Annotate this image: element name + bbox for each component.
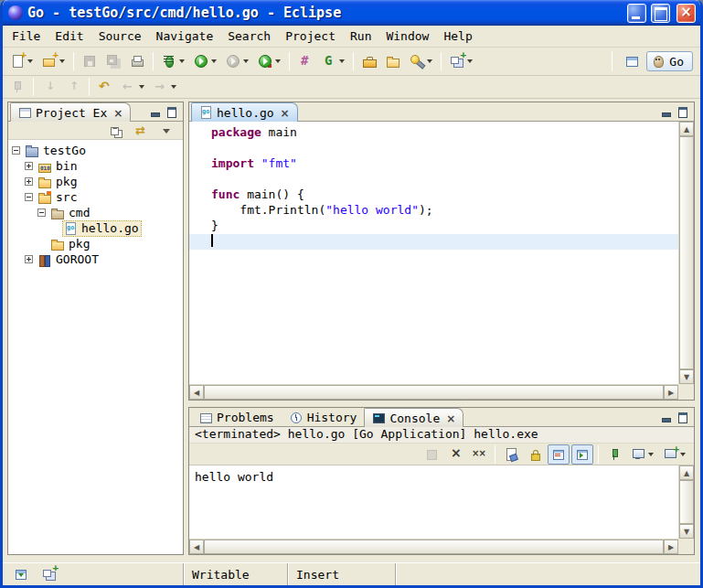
remove-launch-button[interactable] (444, 444, 466, 465)
code-line-4[interactable] (189, 172, 678, 187)
go-build-button[interactable] (294, 51, 316, 71)
minimize-view-icon[interactable] (659, 104, 674, 119)
open-folder-button[interactable] (382, 51, 404, 71)
code-line-2[interactable] (189, 141, 678, 156)
last-edit-location-button[interactable] (94, 77, 116, 97)
menu-navigate[interactable]: Navigate (149, 27, 221, 45)
maximize-view-icon[interactable] (676, 410, 690, 424)
terminate-button[interactable] (421, 444, 442, 465)
save-all-button[interactable] (102, 51, 124, 71)
pin-console-button[interactable] (603, 444, 625, 465)
tree-item-goroot[interactable]: GOROOT (8, 251, 183, 267)
console-output[interactable]: hello world (189, 465, 678, 539)
search-button[interactable] (406, 51, 436, 71)
scroll-left-button[interactable] (189, 540, 204, 554)
scroll-up-button[interactable] (679, 122, 694, 136)
maximize-view-icon[interactable] (165, 104, 179, 119)
console-vertical-scrollbar[interactable] (678, 465, 694, 539)
scroll-up-button[interactable] (679, 465, 694, 480)
code-line-6[interactable]: fmt.Println("hello world"); (189, 203, 678, 219)
link-with-editor-button[interactable] (131, 121, 153, 141)
code-line-5[interactable]: func main() { (189, 187, 678, 203)
new-wizard-button[interactable] (6, 51, 37, 71)
show-view-button[interactable] (38, 564, 60, 584)
menu-window[interactable]: Window (378, 27, 436, 45)
tree-item-src[interactable]: src (8, 189, 183, 205)
clear-console-button[interactable] (500, 444, 522, 465)
code-line-7[interactable]: } (189, 219, 678, 234)
fast-view-button[interactable] (10, 564, 32, 584)
close-button[interactable] (676, 4, 696, 23)
external-tools-button[interactable] (254, 51, 284, 71)
scroll-left-button[interactable] (189, 385, 204, 400)
scroll-down-button[interactable] (679, 524, 694, 539)
open-perspective-dropdown-button[interactable] (446, 51, 476, 71)
close-view-icon[interactable] (112, 107, 123, 118)
code-line-8[interactable] (189, 234, 678, 250)
tab-project-explorer[interactable]: Project Ex (10, 102, 131, 122)
tree-item-pkg[interactable]: pkg (8, 174, 183, 189)
print-button[interactable] (126, 51, 148, 71)
collapse-all-button[interactable] (105, 121, 127, 141)
scroll-right-button[interactable] (664, 385, 678, 400)
console-horizontal-scrollbar[interactable] (189, 539, 678, 554)
scrollbar-thumb[interactable] (204, 385, 664, 400)
perspective-go-button[interactable]: Go (646, 51, 693, 71)
maximize-view-icon[interactable] (676, 104, 690, 119)
go-generate-button[interactable] (318, 51, 348, 71)
show-on-output-button[interactable] (571, 444, 593, 465)
back-button[interactable] (118, 77, 148, 97)
expander-plus-icon[interactable] (25, 177, 33, 186)
remove-all-launches-button[interactable] (468, 444, 490, 465)
title-bar[interactable]: Go - testGo/src/cmd/hello.go - Eclipse (3, 0, 700, 26)
expander-plus-icon[interactable] (25, 162, 33, 170)
tree-item-testgo[interactable]: testGo (8, 143, 183, 158)
save-button[interactable] (79, 51, 101, 71)
tab-console[interactable]: Console (364, 408, 463, 427)
editor-tab-hello-go[interactable]: hello.go (191, 102, 298, 122)
code-line-1[interactable]: package main (189, 125, 678, 141)
minimize-button[interactable] (627, 4, 646, 23)
view-menu-button[interactable] (156, 121, 178, 141)
menu-edit[interactable]: Edit (48, 27, 91, 45)
expander-minus-icon[interactable] (12, 146, 20, 155)
new-go-element-button[interactable] (38, 51, 69, 71)
display-console-button[interactable] (627, 444, 657, 465)
editor-horizontal-scrollbar[interactable] (189, 384, 678, 400)
run-history-button[interactable] (222, 51, 252, 71)
close-view-icon[interactable] (445, 412, 456, 423)
scroll-lock-button[interactable] (524, 444, 546, 465)
close-editor-tab-icon[interactable] (280, 107, 291, 118)
tab-problems[interactable]: Problems (191, 408, 282, 426)
open-console-button[interactable] (659, 444, 689, 465)
tree-item-src-pkg[interactable]: pkg (8, 236, 183, 251)
menu-help[interactable]: Help (436, 27, 479, 45)
tree-item-cmd[interactable]: cmd (8, 205, 183, 220)
menu-search[interactable]: Search (220, 27, 278, 45)
scrollbar-thumb[interactable] (679, 480, 694, 524)
next-annotation-button[interactable] (38, 77, 60, 97)
maximize-button[interactable] (651, 4, 670, 23)
previous-annotation-button[interactable] (62, 77, 84, 97)
scroll-right-button[interactable] (664, 540, 678, 554)
forward-button[interactable] (150, 77, 180, 97)
tree-item-hello-go[interactable]: hello.go (8, 220, 183, 236)
tab-history[interactable]: History (282, 408, 365, 426)
expander-minus-icon[interactable] (25, 193, 33, 201)
menu-run[interactable]: Run (343, 27, 378, 45)
scroll-down-button[interactable] (679, 369, 694, 384)
scrollbar-thumb[interactable] (204, 540, 664, 554)
run-button[interactable] (190, 51, 220, 71)
open-perspective-button[interactable] (621, 51, 643, 71)
minimize-view-icon[interactable] (659, 410, 674, 424)
pin-editor-button[interactable] (6, 77, 28, 97)
word-wrap-button[interactable] (548, 444, 570, 465)
menu-project[interactable]: Project (278, 27, 343, 45)
minimize-view-icon[interactable] (148, 104, 163, 119)
tree-item-bin[interactable]: bin (8, 158, 183, 174)
expander-minus-icon[interactable] (37, 208, 46, 217)
expander-plus-icon[interactable] (25, 255, 33, 263)
code-line-3[interactable]: import "fmt" (189, 156, 678, 172)
editor-vertical-scrollbar[interactable] (678, 122, 694, 384)
menu-source[interactable]: Source (91, 27, 149, 45)
